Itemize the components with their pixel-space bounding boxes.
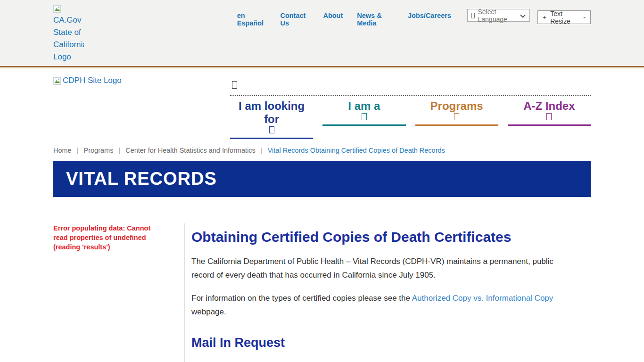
broken-image-icon <box>53 77 62 85</box>
info-paragraph: For information on the types of certifie… <box>191 291 576 319</box>
page-banner: VITAL RECORDS <box>53 161 591 197</box>
mail-in-request-heading: Mail In Request <box>191 336 576 350</box>
text-decrease-button[interactable]: - <box>583 14 586 21</box>
nav-link-news-media[interactable]: News & Media <box>357 12 394 27</box>
intro-paragraph: The California Department of Public Heal… <box>191 255 576 282</box>
chevron-down-icon-placeholder <box>362 113 367 120</box>
chevron-down-icon-placeholder <box>269 126 274 133</box>
page-title: Obtaining Certified Copies of Death Cert… <box>191 229 576 245</box>
language-select-dropdown[interactable]: Select Language <box>467 9 530 22</box>
tab-underline <box>415 124 498 126</box>
tab-programs[interactable]: Programs <box>415 99 498 139</box>
breadcrumb-chsi[interactable]: Center for Health Statistics and Informa… <box>125 147 256 154</box>
main-content: Obtaining Certified Copies of Death Cert… <box>185 223 576 362</box>
utility-nav: en Español Contact Us About News & Media… <box>237 5 451 27</box>
nav-link-en-espanol[interactable]: en Español <box>237 12 266 27</box>
breadcrumb-separator: | <box>261 147 263 154</box>
tab-underline <box>230 138 313 139</box>
broken-image-icon <box>53 5 62 13</box>
banner-title: VITAL RECORDS <box>53 169 217 189</box>
site-header: CDPH Site Logo I am looking for I am a <box>0 69 644 139</box>
breadcrumb-programs[interactable]: Programs <box>84 147 114 154</box>
info-text-before: For information on the types of certifie… <box>191 294 412 303</box>
mail-in-instructions: Please submit the following for a mail i… <box>191 360 576 362</box>
ca-gov-logo-alt-text: CA.Gov State of California Logo <box>53 16 84 61</box>
language-globe-icon-placeholder <box>471 13 475 18</box>
authorized-copy-link[interactable]: Authorized Copy vs. Informational Copy <box>412 294 553 303</box>
main-nav: I am looking for I am a Programs <box>230 75 591 139</box>
page: CA.Gov State of California Logo en Españ… <box>0 0 644 362</box>
cdph-logo-link[interactable]: CDPH Site Logo <box>53 75 122 85</box>
nav-link-jobs-careers[interactable]: Jobs/Careers <box>408 12 451 27</box>
breadcrumb-separator: | <box>118 147 120 154</box>
tab-a-z-index[interactable]: A-Z Index <box>508 99 591 139</box>
tab-underline <box>322 124 405 126</box>
sidebar-error-message: Error populating data: Cannot read prope… <box>53 223 166 252</box>
search-icon-placeholder[interactable] <box>232 81 237 89</box>
nav-tabs: I am looking for I am a Programs <box>230 95 591 139</box>
nav-link-contact-us[interactable]: Contact Us <box>280 12 309 27</box>
text-increase-button[interactable]: + <box>543 14 546 21</box>
chevron-down-icon-placeholder <box>454 113 459 120</box>
text-resize-label: Text Resize <box>550 10 579 25</box>
utility-header: CA.Gov State of California Logo en Españ… <box>0 0 644 66</box>
language-select-label: Select Language <box>478 8 517 23</box>
tab-i-am-a[interactable]: I am a <box>322 99 405 139</box>
text-resize-control: + Text Resize - <box>537 10 591 24</box>
left-sidebar: Error populating data: Cannot read prope… <box>53 223 184 362</box>
content-area: Error populating data: Cannot read prope… <box>53 223 591 362</box>
nav-link-about[interactable]: About <box>323 12 343 27</box>
breadcrumb-current-page[interactable]: Vital Records Obtaining Certified Copies… <box>268 147 445 154</box>
breadcrumb-separator: | <box>77 147 79 154</box>
info-text-after: webpage. <box>191 307 226 316</box>
chevron-down-icon <box>520 12 526 19</box>
chevron-down-icon-placeholder <box>546 113 552 120</box>
cdph-logo-alt-text: CDPH Site Logo <box>63 76 122 85</box>
tab-i-am-looking-for[interactable]: I am looking for <box>230 99 313 139</box>
breadcrumb-home[interactable]: Home <box>53 147 72 154</box>
tab-underline <box>508 124 591 126</box>
breadcrumb: Home | Programs | Center for Health Stat… <box>53 147 591 154</box>
ca-gov-logo-link[interactable]: CA.Gov State of California Logo <box>53 5 84 63</box>
